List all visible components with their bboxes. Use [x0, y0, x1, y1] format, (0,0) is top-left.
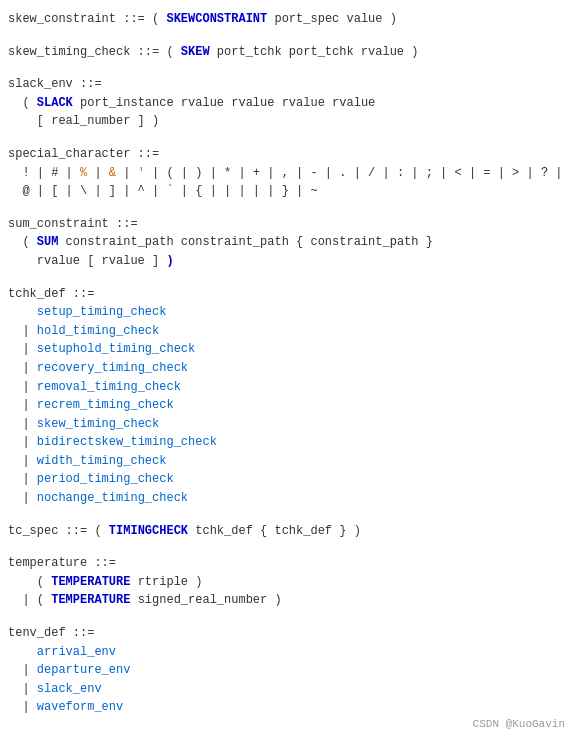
text: port_tchk port_tchk rvalue ): [210, 45, 419, 59]
text: rvalue [ rvalue ]: [8, 254, 166, 268]
text: |: [8, 380, 37, 394]
text: [ real_number ] ): [8, 114, 159, 128]
line: | hold_timing_check: [8, 322, 565, 341]
text: skew_constraint ::= (: [8, 12, 166, 26]
line: rvalue [ rvalue ] ): [8, 252, 565, 271]
text: ': [138, 166, 145, 180]
link[interactable]: departure_env: [37, 663, 131, 677]
text: |: [87, 166, 109, 180]
link[interactable]: recrem_timing_check: [37, 398, 174, 412]
block-tc-spec: tc_spec ::= ( TIMINGCHECK tchk_def { tch…: [8, 522, 565, 541]
line: @ | [ | \ | ] | ^ | ` | { | | | | | } | …: [8, 182, 565, 201]
line: skew_timing_check ::= ( SKEW port_tchk p…: [8, 43, 565, 62]
text: port_spec value ): [267, 12, 397, 26]
text: temperature ::=: [8, 556, 116, 570]
keyword: TEMPERATURE: [51, 593, 130, 607]
keyword: TIMINGCHECK: [109, 524, 188, 538]
block-slack-env: slack_env ::= ( SLACK port_instance rval…: [8, 75, 565, 131]
text: @ | [ | \ | ] | ^ | ` | { | | | | | } | …: [8, 184, 318, 198]
block-special-character: special_character ::= ! | # | % | & | ' …: [8, 145, 565, 201]
text: |: [8, 342, 37, 356]
line: tc_spec ::= ( TIMINGCHECK tchk_def { tch…: [8, 522, 565, 541]
line: | removal_timing_check: [8, 378, 565, 397]
link[interactable]: skew_timing_check: [37, 417, 159, 431]
text: |: [8, 398, 37, 412]
line: | skew_timing_check: [8, 415, 565, 434]
block-tchk-def: tchk_def ::= setup_timing_check | hold_t…: [8, 285, 565, 508]
text: skew_timing_check ::= (: [8, 45, 181, 59]
line: | slack_env: [8, 680, 565, 699]
text: |: [8, 682, 37, 696]
text: |: [8, 324, 37, 338]
text: port_instance rvalue rvalue rvalue rvalu…: [73, 96, 375, 110]
block-skew-constraint: skew_constraint ::= ( SKEWCONSTRAINT por…: [8, 10, 565, 29]
text: special_character ::=: [8, 147, 159, 161]
text: &: [109, 166, 116, 180]
link[interactable]: waveform_env: [37, 700, 123, 714]
line: ( SUM constraint_path constraint_path { …: [8, 233, 565, 252]
text: tc_spec ::= (: [8, 524, 109, 538]
link[interactable]: width_timing_check: [37, 454, 167, 468]
text: signed_real_number ): [130, 593, 281, 607]
block-temperature: temperature ::= ( TEMPERATURE rtriple ) …: [8, 554, 565, 610]
link[interactable]: period_timing_check: [37, 472, 174, 486]
text: |: [8, 361, 37, 375]
link[interactable]: hold_timing_check: [37, 324, 159, 338]
block-sum-constraint: sum_constraint ::= ( SUM constraint_path…: [8, 215, 565, 271]
line: sum_constraint ::=: [8, 215, 565, 234]
text: (: [8, 235, 37, 249]
line: | width_timing_check: [8, 452, 565, 471]
line: ( TEMPERATURE rtriple ): [8, 573, 565, 592]
keyword: SUM: [37, 235, 59, 249]
text: |: [8, 435, 37, 449]
text: |: [8, 663, 37, 677]
main-content: skew_constraint ::= ( SKEWCONSTRAINT por…: [8, 10, 565, 717]
line: slack_env ::=: [8, 75, 565, 94]
keyword: TEMPERATURE: [51, 575, 130, 589]
text: constraint_path constraint_path { constr…: [58, 235, 432, 249]
link[interactable]: nochange_timing_check: [37, 491, 188, 505]
link[interactable]: removal_timing_check: [37, 380, 181, 394]
text: |: [8, 491, 37, 505]
text: slack_env ::=: [8, 77, 102, 91]
line: | period_timing_check: [8, 470, 565, 489]
link[interactable]: arrival_env: [37, 645, 116, 659]
text: (: [8, 575, 51, 589]
text: sum_constraint ::=: [8, 217, 138, 231]
text: ! | # |: [8, 166, 80, 180]
block-tenv-def: tenv_def ::= arrival_env | departure_env…: [8, 624, 565, 717]
text: |: [8, 472, 37, 486]
text: | (: [8, 593, 51, 607]
link[interactable]: slack_env: [37, 682, 102, 696]
line: | nochange_timing_check: [8, 489, 565, 508]
line: ! | # | % | & | ' | ( | ) | * | + | , | …: [8, 164, 565, 183]
line: | setuphold_timing_check: [8, 340, 565, 359]
line: tchk_def ::=: [8, 285, 565, 304]
line: | recrem_timing_check: [8, 396, 565, 415]
watermark: CSDN @KuoGavin: [473, 718, 565, 730]
line: | waveform_env: [8, 698, 565, 717]
keyword: SKEW: [181, 45, 210, 59]
text: [8, 645, 37, 659]
line: special_character ::=: [8, 145, 565, 164]
line: | ( TEMPERATURE signed_real_number ): [8, 591, 565, 610]
link[interactable]: setuphold_timing_check: [37, 342, 195, 356]
text: rtriple ): [130, 575, 202, 589]
text: |: [8, 417, 37, 431]
text: (: [8, 96, 37, 110]
text: tchk_def ::=: [8, 287, 94, 301]
link[interactable]: setup_timing_check: [37, 305, 167, 319]
link[interactable]: recovery_timing_check: [37, 361, 188, 375]
line: arrival_env: [8, 643, 565, 662]
line: [ real_number ] ): [8, 112, 565, 131]
line: | recovery_timing_check: [8, 359, 565, 378]
text: |: [8, 700, 37, 714]
link[interactable]: bidirectskew_timing_check: [37, 435, 217, 449]
text: |: [116, 166, 138, 180]
keyword: SLACK: [37, 96, 73, 110]
text: tchk_def { tchk_def } ): [188, 524, 361, 538]
line: | departure_env: [8, 661, 565, 680]
keyword: ): [166, 254, 173, 268]
text: tenv_def ::=: [8, 626, 94, 640]
line: setup_timing_check: [8, 303, 565, 322]
